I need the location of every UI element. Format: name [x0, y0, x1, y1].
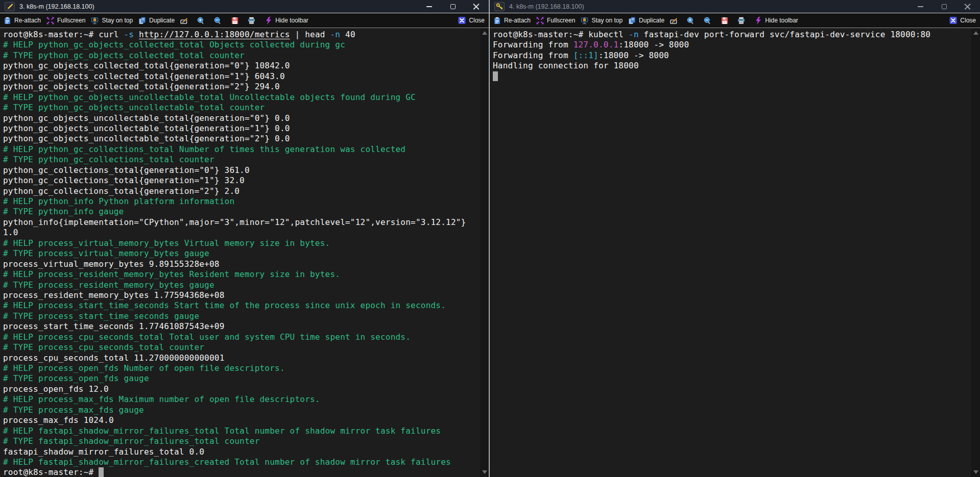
toolbar-item-label: Re-attach: [14, 17, 41, 24]
key-icon[interactable]: [494, 2, 505, 11]
left-terminal-window: 3. k8s-m (192.168.18.100) Re-attachFulls…: [0, 0, 489, 477]
toolbar-item-label: Re-attach: [504, 17, 531, 24]
right-titlebar[interactable]: 4. k8s-m (192.168.18.100): [490, 0, 980, 13]
terminal-line: # TYPE python_gc_objects_collected_total…: [3, 51, 479, 61]
toolbar-item-stay-on-top[interactable]: Stay on top: [581, 17, 623, 24]
terminal-line: # HELP process_start_time_seconds Start …: [3, 300, 479, 311]
toolbar-item-zoom-out[interactable]: [214, 17, 222, 24]
right-scrollbar[interactable]: [971, 28, 980, 477]
terminal-line: # HELP process_max_fds Maximum number of…: [3, 394, 479, 405]
toolbar-item-hide-toolbar[interactable]: Hide toolbar: [754, 17, 798, 24]
toolbar-item-save[interactable]: [231, 17, 238, 24]
toolbar-item-fullscreen[interactable]: Fullscreen: [536, 17, 575, 24]
terminal-line: Forwarding from 127.0.0.1:18000 -> 8000: [493, 40, 970, 50]
toolbar-item-label: Stay on top: [102, 17, 133, 24]
toolbar-item-zoom-out[interactable]: [704, 17, 711, 24]
left-titlebar[interactable]: 3. k8s-m (192.168.18.100): [0, 0, 489, 13]
terminal-line: # HELP python_info Python platform infor…: [3, 196, 479, 207]
terminal-line: Handling connection for 18000: [493, 61, 970, 71]
zoom-in-icon: [687, 17, 695, 24]
lightning-icon: [265, 17, 272, 24]
terminal-line: python_gc_objects_collected_total{genera…: [3, 82, 479, 92]
toolbar-item-label: Stay on top: [591, 17, 623, 24]
close-button[interactable]: [473, 3, 480, 10]
terminal-line: # TYPE fastapi_shadow_mirror_failures_to…: [3, 436, 479, 446]
toolbar-item-label: Duplicate: [149, 17, 175, 24]
stay-on-top-icon: [581, 17, 588, 24]
duplicate-icon: [138, 17, 146, 24]
toolbar-item-stay-on-top[interactable]: Stay on top: [91, 17, 133, 24]
scrollbar-up-icon[interactable]: [973, 31, 978, 35]
toolbar-item-hide-toolbar[interactable]: Hide toolbar: [265, 17, 308, 24]
toolbar-item-label: Hide toolbar: [275, 17, 308, 24]
terminal-line: fastapi_shadow_mirror_failures_total 0.0: [3, 447, 479, 457]
maximize-button[interactable]: [941, 3, 947, 10]
toolbar-item-label: Fullscreen: [57, 17, 85, 24]
right-terminal[interactable]: root@k8s-master:~# kubectl -n fastapi-de…: [490, 28, 980, 477]
terminal-cursor: [99, 467, 104, 477]
terminal-line: # HELP python_gc_collections_total Numbe…: [3, 144, 479, 155]
maximize-button[interactable]: [449, 3, 456, 10]
toolbar-close-label: Close: [960, 17, 976, 24]
left-terminal[interactable]: root@k8s-master:~# curl -s http://127.0.…: [0, 28, 489, 477]
terminal-line: # HELP fastapi_shadow_mirror_failures_cr…: [3, 457, 479, 467]
terminal-line: # HELP python_gc_objects_collected_total…: [3, 40, 479, 50]
terminal-line: python_gc_collections_total{generation="…: [3, 175, 479, 186]
terminal-line: # HELP process_open_fds Number of open f…: [3, 363, 479, 373]
terminal-line: process_max_fds 1024.0: [3, 415, 479, 425]
left-toolbar: Re-attachFullscreenStay on topDuplicateH…: [0, 13, 489, 28]
terminal-line: # HELP process_virtual_memory_bytes Virt…: [3, 238, 479, 248]
left-scrollbar[interactable]: [480, 28, 489, 477]
terminal-line: # HELP process_cpu_seconds_total Total u…: [3, 332, 479, 342]
toolbar-item-print[interactable]: [248, 17, 255, 24]
duplicate-icon: [628, 17, 636, 24]
terminal-line: # TYPE process_resident_memory_bytes gau…: [3, 280, 479, 290]
terminal-cursor: [493, 71, 498, 81]
toolbar-item-print[interactable]: [737, 17, 745, 24]
toolbar-item-re-attach[interactable]: Re-attach: [4, 17, 41, 24]
toolbar-item-zoom-in[interactable]: [687, 17, 695, 24]
terminal-line: process_resident_memory_bytes 1.77594368…: [3, 290, 479, 300]
toolbar-item-duplicate[interactable]: Duplicate: [628, 17, 664, 24]
terminal-line: python_info{implementation="CPython",maj…: [3, 217, 479, 228]
toolbar-item-re-attach[interactable]: Re-attach: [493, 17, 531, 24]
minimize-button[interactable]: [426, 3, 433, 10]
edit-icon: [180, 17, 188, 24]
close-button[interactable]: [964, 3, 971, 10]
toolbar-item-label: Fullscreen: [547, 17, 575, 24]
toolbar-close-button[interactable]: Close: [458, 17, 485, 24]
toolbar-close-label: Close: [469, 17, 485, 24]
scrollbar-up-icon[interactable]: [482, 31, 487, 35]
zoom-out-icon: [704, 17, 711, 24]
toolbar-item-edit[interactable]: [670, 17, 678, 24]
toolbar-item-save[interactable]: [721, 17, 728, 24]
terminal-line: python_gc_collections_total{generation="…: [3, 165, 479, 175]
edit-icon: [670, 17, 678, 24]
toolbar-close-button[interactable]: Close: [949, 17, 976, 24]
right-window-controls: [917, 3, 975, 10]
pencil-icon[interactable]: [5, 2, 15, 11]
scrollbar-down-icon[interactable]: [482, 470, 487, 474]
toolbar-item-duplicate[interactable]: Duplicate: [138, 17, 175, 24]
stay-on-top-icon: [91, 17, 99, 24]
terminal-line: python_gc_objects_uncollectable_total{ge…: [3, 113, 479, 123]
toolbar-item-edit[interactable]: [180, 17, 188, 24]
terminal-line: python_gc_objects_collected_total{genera…: [3, 61, 479, 71]
fullscreen-icon: [46, 17, 54, 24]
terminal-line: # TYPE python_gc_objects_uncollectable_t…: [3, 103, 479, 113]
lightning-icon: [754, 17, 762, 24]
terminal-line: process_cpu_seconds_total 11.27000000000…: [3, 353, 479, 363]
terminal-line: python_gc_objects_collected_total{genera…: [3, 71, 479, 82]
toolbar-item-fullscreen[interactable]: Fullscreen: [46, 17, 85, 24]
terminal-line: python_gc_objects_uncollectable_total{ge…: [3, 134, 479, 144]
zoom-out-icon: [214, 17, 222, 24]
fullscreen-icon: [536, 17, 544, 24]
terminal-line: # TYPE process_open_fds gauge: [3, 373, 479, 384]
close-x-icon: [949, 17, 957, 24]
terminal-line: python_gc_collections_total{generation="…: [3, 186, 479, 196]
terminal-line: # HELP process_resident_memory_bytes Res…: [3, 269, 479, 280]
terminal-line: [493, 71, 970, 82]
toolbar-item-zoom-in[interactable]: [197, 17, 205, 24]
scrollbar-down-icon[interactable]: [973, 470, 978, 474]
minimize-button[interactable]: [917, 3, 924, 10]
